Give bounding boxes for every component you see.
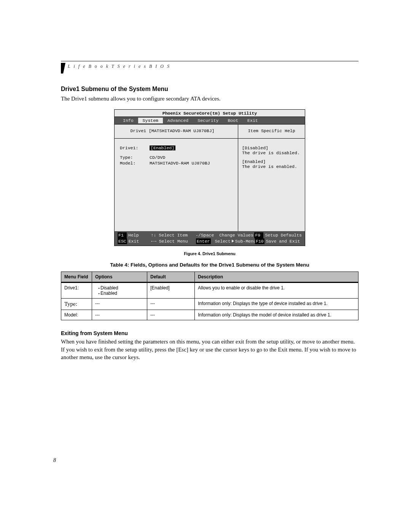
bios-window: Phoenix SecureCore(tm) Setup Utility Inf…	[114, 109, 305, 246]
bios-help-pane: Item Specific Help [Disabled] The drive …	[238, 125, 305, 231]
section-heading: Drive1 Submenu of the System Menu	[61, 86, 358, 93]
bios-field-label: Drive1:	[120, 145, 150, 150]
bios-field-label: Model:	[120, 161, 150, 166]
cell-options: ---	[92, 299, 147, 310]
key-f10: F10	[255, 238, 264, 244]
exit-paragraph: When you have finished setting the param…	[61, 338, 358, 361]
th-default: Default	[147, 272, 195, 283]
bios-tab-security[interactable]: Security	[193, 118, 223, 123]
foot-help: Help	[128, 233, 139, 238]
cell-default: [Enabled]	[147, 283, 195, 299]
exit-heading: Exiting from System Menu	[61, 330, 358, 336]
bios-title: Phoenix SecureCore(tm) Setup Utility	[115, 110, 305, 117]
arrows-leftright-icon: ←→	[151, 239, 156, 244]
bios-breadcrumb: Drive1 [MATSHITADVD-RAM UJ870BJ]	[115, 125, 238, 139]
th-description: Description	[195, 272, 358, 283]
cell-default: ---	[147, 299, 195, 310]
help-disabled-text: The drive is disabled.	[242, 150, 301, 155]
cell-field: Type:	[61, 299, 92, 310]
header-wedge-icon	[61, 63, 65, 73]
cell-default: ---	[147, 310, 195, 320]
key-f1: F1	[118, 232, 127, 238]
help-enabled-label: [Enabled]	[242, 159, 301, 164]
foot-select-sub: Select	[215, 239, 230, 244]
bios-field-value-selected[interactable]: [Enabled]	[150, 145, 175, 150]
bios-field-label: Type:	[120, 155, 150, 160]
table-row: Type: --- --- Information only: Displays…	[61, 299, 358, 310]
cell-options: ---	[92, 310, 147, 320]
bios-tab-advanced[interactable]: Advanced	[163, 118, 193, 123]
bios-tab-bar: Info System Advanced Security Boot Exit	[115, 117, 305, 124]
foot-minus-space: -/Space	[196, 233, 214, 238]
cell-options: Disabled Enabled	[92, 283, 147, 299]
bios-tab-exit[interactable]: Exit	[243, 118, 263, 123]
bios-field-type: Type: CD/DVD	[120, 155, 233, 160]
header-rule	[61, 61, 358, 61]
bios-tab-info[interactable]: Info	[118, 118, 138, 123]
help-enabled-text: The drive is enabled.	[242, 164, 301, 169]
foot-change-values: Change Values	[219, 233, 253, 238]
key-esc: ESC	[118, 238, 127, 244]
options-table: Menu Field Options Default Description D…	[61, 272, 358, 320]
table-caption: Table 4: Fields, Options and Defaults fo…	[61, 262, 358, 268]
foot-exit: Exit	[129, 239, 139, 244]
bios-footer: F1Help ↑↓ Select Item -/Space Change Val…	[115, 231, 305, 246]
table-header-row: Menu Field Options Default Description	[61, 272, 358, 283]
intro-paragraph: The Drive1 submenu allows you to configu…	[61, 95, 358, 102]
page-number: 8	[53, 457, 56, 463]
bios-tab-system[interactable]: System	[138, 118, 163, 123]
cell-description: Information only: Displays the type of d…	[195, 299, 358, 310]
cell-field: Drive1:	[61, 283, 92, 299]
bios-tab-boot[interactable]: Boot	[223, 118, 243, 123]
bios-help-title: Item Specific Help	[238, 125, 305, 139]
bios-field-model: Model: MATSHITADVD-RAM UJ870BJ	[120, 161, 233, 166]
cell-field: Model:	[61, 310, 92, 320]
triangle-right-icon	[232, 240, 234, 243]
key-f9: F9	[254, 232, 263, 238]
foot-select-menu: Select Menu	[159, 239, 188, 244]
bios-field-drive1[interactable]: Drive1: [Enabled]	[120, 145, 233, 150]
cell-description: Allows you to enable or disable the driv…	[195, 283, 358, 299]
key-enter: Enter	[196, 238, 211, 244]
cell-description: Information only: Displays the model of …	[195, 310, 358, 320]
foot-setup-defaults: Setup Defaults	[265, 233, 302, 238]
page: L i f e B o o k T S e r i e s B I O S Dr…	[0, 0, 411, 532]
table-row: Model: --- --- Information only: Display…	[61, 310, 358, 320]
th-options: Options	[92, 272, 147, 283]
foot-save-exit: Save and Exit	[266, 239, 300, 244]
th-menu-field: Menu Field	[61, 272, 92, 283]
option-item: Disabled	[100, 285, 144, 291]
bios-left-pane: Drive1 [MATSHITADVD-RAM UJ870BJ] Drive1:…	[115, 125, 238, 231]
bios-field-value: MATSHITADVD-RAM UJ870BJ	[150, 161, 210, 166]
figure-caption: Figure 4. Drive1 Submenu	[61, 251, 358, 256]
bios-field-value: CD/DVD	[150, 155, 165, 160]
arrows-updown-icon: ↑↓	[151, 233, 156, 238]
running-header: L i f e B o o k T S e r i e s B I O S	[61, 63, 358, 73]
table-row: Drive1: Disabled Enabled [Enabled] Allow…	[61, 283, 358, 299]
help-disabled-label: [Disabled]	[242, 145, 301, 150]
foot-select-item: Select Item	[159, 233, 188, 238]
option-item: Enabled	[100, 291, 144, 296]
foot-submenu: Sub-Menu	[235, 239, 256, 244]
running-header-text: L i f e B o o k T S e r i e s B I O S	[68, 63, 170, 69]
bios-breadcrumb-text: Drive1 [MATSHITADVD-RAM UJ870BJ]	[131, 128, 215, 133]
